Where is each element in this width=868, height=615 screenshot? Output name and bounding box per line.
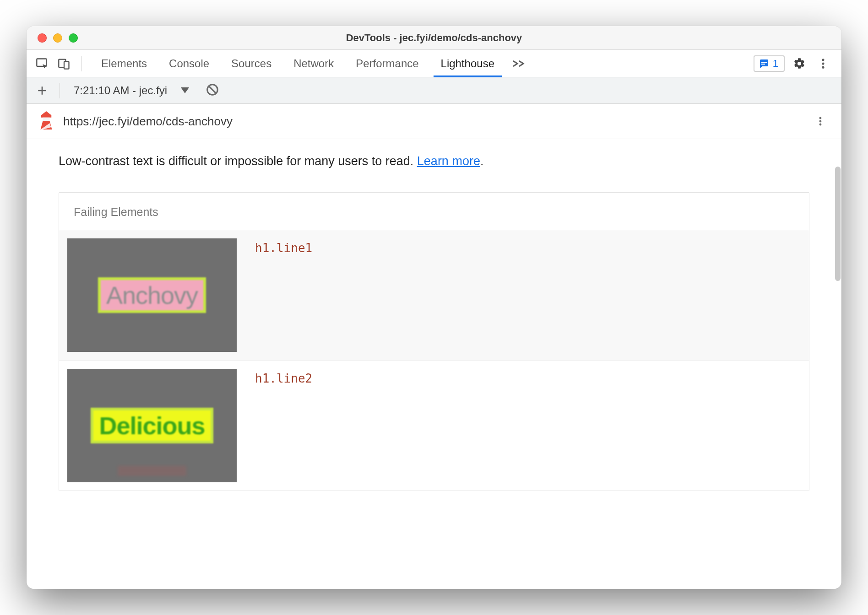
- thumbnail-decor: [118, 466, 186, 476]
- svg-line-11: [209, 86, 216, 93]
- report-content[interactable]: Low-contrast text is difficult or imposs…: [27, 139, 841, 589]
- audit-description: Low-contrast text is difficult or imposs…: [59, 153, 809, 170]
- issues-count: 1: [773, 58, 778, 70]
- failing-elements-card: Failing Elements Anchovy h1.line1 Delici…: [59, 192, 809, 491]
- toolbar-divider: [81, 56, 82, 71]
- svg-rect-4: [761, 64, 765, 65]
- tab-performance[interactable]: Performance: [345, 50, 429, 77]
- issues-chip[interactable]: 1: [754, 55, 785, 72]
- toggle-device-toolbar-icon[interactable]: [55, 54, 73, 73]
- element-selector: h1.line2: [255, 369, 312, 482]
- devtools-toolbar: Elements Console Sources Network Perform…: [27, 50, 841, 77]
- thumbnail-text: Anchovy: [98, 277, 206, 313]
- toolbar-divider: [60, 83, 60, 98]
- svg-point-5: [822, 59, 824, 61]
- svg-rect-3: [761, 62, 767, 63]
- titlebar: DevTools - jec.fyi/demo/cds-anchovy: [27, 26, 841, 50]
- svg-point-6: [822, 62, 824, 65]
- maximize-window-button[interactable]: [69, 33, 78, 43]
- svg-point-13: [819, 117, 822, 119]
- settings-gear-icon[interactable]: [790, 54, 808, 73]
- failing-element-row[interactable]: Anchovy h1.line1: [59, 230, 809, 360]
- tab-lighthouse[interactable]: Lighthouse: [430, 50, 505, 77]
- lighthouse-toolbar: 7:21:10 AM - jec.fyi: [27, 77, 841, 104]
- tab-console[interactable]: Console: [158, 50, 220, 77]
- lighthouse-logo-icon: [38, 111, 54, 131]
- new-report-button[interactable]: [33, 81, 51, 100]
- card-title: Failing Elements: [59, 193, 809, 230]
- window-title: DevTools - jec.fyi/demo/cds-anchovy: [27, 32, 841, 44]
- close-window-button[interactable]: [38, 33, 47, 43]
- svg-point-7: [822, 66, 824, 68]
- report-select[interactable]: 7:21:10 AM - jec.fyi: [68, 84, 195, 97]
- svg-rect-12: [43, 118, 50, 121]
- report-header: https://jec.fyi/demo/cds-anchovy: [27, 104, 841, 139]
- element-thumbnail: Delicious: [67, 369, 237, 482]
- devtools-window: DevTools - jec.fyi/demo/cds-anchovy Elem…: [27, 26, 841, 589]
- chevron-down-icon: [181, 87, 189, 93]
- failing-element-row[interactable]: Delicious h1.line2: [59, 360, 809, 491]
- tab-sources[interactable]: Sources: [220, 50, 282, 77]
- thumbnail-text: Delicious: [91, 408, 213, 443]
- report-url: https://jec.fyi/demo/cds-anchovy: [63, 114, 233, 129]
- more-tabs-icon[interactable]: [505, 50, 532, 77]
- panel-tabs: Elements Console Sources Network Perform…: [90, 50, 754, 77]
- element-thumbnail: Anchovy: [67, 238, 237, 352]
- report-select-label: 7:21:10 AM - jec.fyi: [74, 84, 167, 97]
- message-icon: [758, 58, 769, 69]
- inspect-element-icon[interactable]: [33, 54, 51, 73]
- tab-elements[interactable]: Elements: [90, 50, 158, 77]
- svg-rect-2: [64, 61, 69, 69]
- svg-point-14: [819, 120, 822, 123]
- report-menu-icon[interactable]: [811, 112, 830, 130]
- scrollbar-thumb[interactable]: [835, 167, 841, 281]
- window-controls: [27, 33, 78, 43]
- minimize-window-button[interactable]: [53, 33, 62, 43]
- clear-report-icon[interactable]: [206, 83, 219, 98]
- element-selector: h1.line1: [255, 238, 312, 352]
- learn-more-link[interactable]: Learn more: [417, 154, 480, 168]
- tab-network[interactable]: Network: [282, 50, 345, 77]
- svg-point-15: [819, 124, 822, 126]
- more-options-icon[interactable]: [814, 54, 832, 73]
